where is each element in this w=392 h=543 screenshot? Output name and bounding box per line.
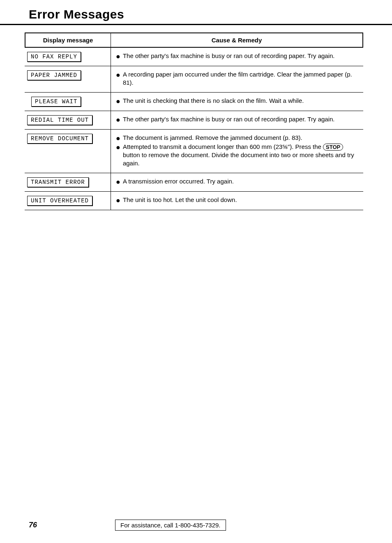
page-footer: 76 For assistance, call 1-800-435-7329. — [0, 520, 392, 531]
lcd-message: REMOVE DOCUMENT — [27, 134, 92, 144]
lcd-message: REDIAL TIME OUT — [27, 115, 92, 125]
cause-text: The other party's fax machine is busy or… — [123, 115, 360, 123]
cause-cell: ●The document is jammed. Remove the jamm… — [111, 130, 363, 173]
display-message-cell: NO FAX REPLY — [25, 48, 111, 66]
cause-text: A transmission error occurred. Try again… — [123, 177, 360, 186]
bullet-icon: ● — [116, 178, 120, 186]
title-rule — [0, 24, 392, 25]
bullet-icon: ● — [116, 97, 120, 105]
lcd-message: NO FAX REPLY — [27, 52, 81, 62]
cause-text: The document is jammed. Remove the jamme… — [123, 134, 360, 142]
cause-text: A recording paper jam occurred under the… — [123, 70, 360, 87]
table-row: NO FAX REPLY ●The other party's fax mach… — [25, 48, 363, 66]
table-row: TRANSMIT ERROR ●A transmission error occ… — [25, 173, 363, 192]
table-row: REDIAL TIME OUT ●The other party's fax m… — [25, 111, 363, 130]
display-message-cell: PAPER JAMMED — [25, 66, 111, 92]
cause-text: The unit is too hot. Let the unit cool d… — [123, 196, 360, 204]
cause-cell: ●The other party's fax machine is busy o… — [111, 111, 363, 129]
cause-cell: ●A recording paper jam occurred under th… — [111, 66, 363, 92]
error-table: Display message Cause & Remedy NO FAX RE… — [25, 32, 363, 210]
bullet-icon: ● — [116, 116, 120, 123]
table-row: PAPER JAMMED ●A recording paper jam occu… — [25, 66, 363, 93]
display-message-cell: REDIAL TIME OUT — [25, 111, 111, 129]
display-message-cell: UNIT OVERHEATED — [25, 192, 111, 210]
cause-text: The other party's fax machine is busy or… — [123, 52, 360, 60]
cause-text: The unit is checking that there is no sl… — [123, 97, 360, 105]
cause-cell: ●The unit is checking that there is no s… — [111, 93, 363, 111]
table-row: REMOVE DOCUMENT ●The document is jammed.… — [25, 130, 363, 173]
display-message-cell: TRANSMIT ERROR — [25, 173, 111, 191]
lcd-message: PLEASE WAIT — [31, 97, 81, 107]
stop-button-label: STOP — [323, 144, 343, 151]
cause-cell: ●A transmission error occurred. Try agai… — [111, 173, 363, 191]
col-header-msg: Display message — [25, 33, 111, 47]
bullet-icon: ● — [116, 71, 120, 79]
bullet-icon: ● — [116, 53, 120, 60]
display-message-cell: REMOVE DOCUMENT — [25, 130, 111, 173]
table-row: UNIT OVERHEATED ●The unit is too hot. Le… — [25, 192, 363, 210]
cause-cell: ●The unit is too hot. Let the unit cool … — [111, 192, 363, 210]
col-header-cause: Cause & Remedy — [111, 33, 363, 47]
lcd-message: PAPER JAMMED — [27, 70, 81, 80]
bullet-icon: ● — [116, 144, 120, 151]
assistance-box: For assistance, call 1-800-435-7329. — [115, 520, 226, 531]
bullet-icon: ● — [116, 135, 120, 142]
page-title: Error Messages — [29, 7, 392, 21]
lcd-message: TRANSMIT ERROR — [27, 177, 89, 187]
page-number: 76 — [29, 521, 37, 529]
lcd-message: UNIT OVERHEATED — [27, 196, 92, 206]
bullet-icon: ● — [116, 197, 120, 204]
display-message-cell: PLEASE WAIT — [25, 93, 111, 111]
table-row: PLEASE WAIT ●The unit is checking that t… — [25, 93, 363, 111]
cause-text: Attempted to transmit a document longer … — [123, 143, 360, 168]
cause-cell: ●The other party's fax machine is busy o… — [111, 48, 363, 66]
table-header-row: Display message Cause & Remedy — [25, 32, 363, 48]
